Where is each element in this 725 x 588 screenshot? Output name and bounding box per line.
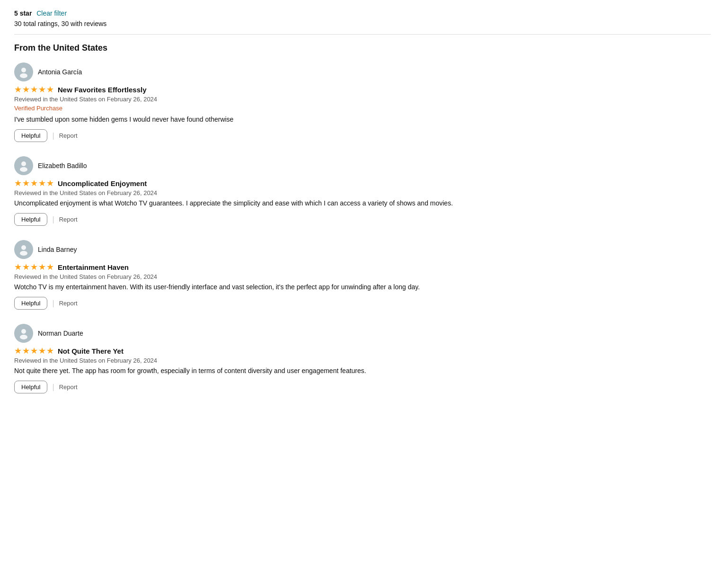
star-icon: ★ [22, 85, 30, 94]
filter-bar: 5 star Clear filter [14, 9, 711, 17]
stars-title-row-3: ★★★★★Entertainment Haven [14, 263, 711, 271]
review-body-3: Wotcho TV is my entertainment haven. Wit… [14, 282, 711, 292]
actions-row-1: Helpful|Report [14, 129, 711, 142]
reviewer-name-4: Norman Duarte [38, 330, 83, 337]
svg-point-4 [21, 245, 26, 250]
report-button-3[interactable]: Report [59, 300, 78, 307]
action-divider-2: | [52, 215, 54, 224]
actions-row-4: Helpful|Report [14, 381, 711, 393]
reviewer-row-1: Antonia García [14, 62, 711, 81]
svg-point-0 [21, 68, 26, 72]
action-divider-3: | [52, 299, 54, 308]
review-meta-4: Reviewed in the United States on Februar… [14, 357, 711, 364]
reviewer-row-4: Norman Duarte [14, 324, 711, 343]
stars-3: ★★★★★ [14, 263, 54, 271]
reviewer-row-2: Elizabeth Badillo [14, 156, 711, 175]
action-divider-1: | [52, 132, 54, 140]
review-title-3: Entertainment Haven [58, 263, 129, 271]
star-icon: ★ [30, 263, 38, 271]
helpful-button-4[interactable]: Helpful [14, 381, 47, 393]
clear-filter-link[interactable]: Clear filter [36, 9, 67, 17]
section-divider [14, 34, 711, 35]
review-title-4: Not Quite There Yet [58, 347, 124, 355]
stars-title-row-1: ★★★★★New Favorites Effortlessly [14, 85, 711, 94]
helpful-button-1[interactable]: Helpful [14, 129, 47, 142]
helpful-button-2[interactable]: Helpful [14, 213, 47, 226]
star-icon: ★ [38, 179, 46, 187]
review-title-2: Uncomplicated Enjoyment [58, 179, 147, 187]
actions-row-3: Helpful|Report [14, 297, 711, 310]
svg-point-6 [21, 329, 26, 334]
avatar-4 [14, 324, 33, 343]
stars-4: ★★★★★ [14, 347, 54, 355]
star-icon: ★ [46, 263, 54, 271]
report-button-2[interactable]: Report [59, 216, 78, 223]
star-icon: ★ [46, 85, 54, 94]
reviewer-name-1: Antonia García [38, 68, 82, 76]
star-icon: ★ [30, 179, 38, 187]
reviews-container: Antonia García★★★★★New Favorites Effortl… [14, 62, 711, 393]
star-icon: ★ [14, 347, 22, 355]
star-icon: ★ [38, 85, 46, 94]
stars-title-row-4: ★★★★★Not Quite There Yet [14, 347, 711, 355]
star-icon: ★ [22, 263, 30, 271]
stars-title-row-2: ★★★★★Uncomplicated Enjoyment [14, 179, 711, 187]
svg-point-1 [20, 73, 27, 78]
star-icon: ★ [14, 179, 22, 187]
review-body-4: Not quite there yet. The app has room fo… [14, 366, 711, 376]
svg-point-5 [20, 251, 27, 256]
reviewer-row-3: Linda Barney [14, 240, 711, 259]
actions-row-2: Helpful|Report [14, 213, 711, 226]
star-icon: ★ [22, 347, 30, 355]
svg-point-7 [20, 335, 27, 339]
review-block-1: Antonia García★★★★★New Favorites Effortl… [14, 62, 711, 142]
star-icon: ★ [38, 347, 46, 355]
review-body-2: Uncomplicated enjoyment is what Wotcho T… [14, 198, 711, 208]
verified-purchase-1: Verified Purchase [14, 105, 711, 112]
report-button-4[interactable]: Report [59, 383, 78, 391]
star-icon: ★ [14, 263, 22, 271]
action-divider-4: | [52, 383, 54, 392]
star-icon: ★ [14, 85, 22, 94]
review-block-2: Elizabeth Badillo★★★★★Uncomplicated Enjo… [14, 156, 711, 226]
report-button-1[interactable]: Report [59, 132, 78, 139]
star-icon: ★ [30, 347, 38, 355]
total-ratings-text: 30 total ratings, 30 with reviews [14, 20, 711, 27]
avatar-2 [14, 156, 33, 175]
review-block-3: Linda Barney★★★★★Entertainment HavenRevi… [14, 240, 711, 310]
review-body-1: I've stumbled upon some hidden gems I wo… [14, 115, 711, 125]
review-meta-2: Reviewed in the United States on Februar… [14, 189, 711, 196]
reviewer-name-2: Elizabeth Badillo [38, 162, 87, 169]
reviewer-name-3: Linda Barney [38, 246, 77, 253]
star-icon: ★ [22, 179, 30, 187]
stars-2: ★★★★★ [14, 179, 54, 187]
review-title-1: New Favorites Effortlessly [58, 86, 147, 94]
avatar-3 [14, 240, 33, 259]
review-meta-3: Reviewed in the United States on Februar… [14, 273, 711, 280]
helpful-button-3[interactable]: Helpful [14, 297, 47, 310]
svg-point-3 [20, 167, 27, 172]
review-meta-1: Reviewed in the United States on Februar… [14, 96, 711, 103]
review-block-4: Norman Duarte★★★★★Not Quite There YetRev… [14, 324, 711, 393]
avatar-1 [14, 62, 33, 81]
section-heading: From the United States [14, 43, 711, 53]
star-icon: ★ [46, 347, 54, 355]
star-icon: ★ [30, 85, 38, 94]
star-filter-label: 5 star [14, 9, 32, 17]
star-icon: ★ [38, 263, 46, 271]
svg-point-2 [21, 161, 26, 166]
stars-1: ★★★★★ [14, 85, 54, 94]
star-icon: ★ [46, 179, 54, 187]
